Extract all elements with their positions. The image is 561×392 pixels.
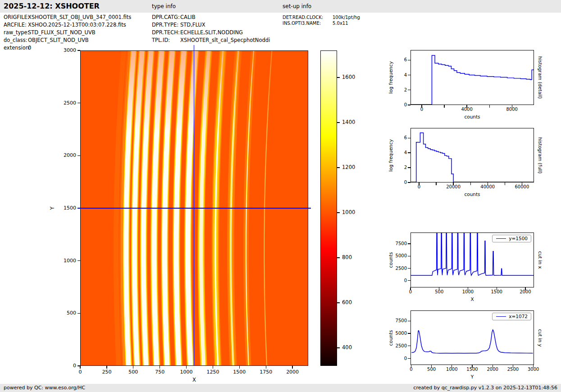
right-axis-label: cut in x [538,251,543,269]
y-axis-label: Y [49,206,55,210]
axis-tick-label: 0 [409,107,434,112]
colorbar-tick-label: 1400 [342,119,355,125]
crosshair-horizontal-line [78,208,311,208]
axis-tick [408,105,410,105]
axis-tick-label: 0 [387,356,407,361]
x-axis-label: counts [410,114,534,119]
axis-tick-label: 500 [427,289,452,294]
legend-line-swatch [496,238,506,239]
meta-label: INS.OPTI3.NAME: [283,21,321,26]
colorbar-tick [337,77,340,77]
colorbar: 4006008001000120014001600 [320,50,337,366]
x-axis-label: X [80,377,308,383]
meta-value: XSHOOTER_SLT_OBJ_UVB_347_0001.fits [28,14,131,20]
axis-tick [133,366,133,369]
colorbar-tick-label: 1600 [342,74,355,80]
axis-tick [292,366,292,369]
axis-tick-label: 0 [387,102,407,107]
axis-tick [106,366,107,369]
axis-tick [408,243,410,244]
axis-tick [78,155,80,156]
histogram-detail-plot: 0400080000246countslog frequencyhistogra… [410,50,534,105]
axis-tick-label: 7500 [387,241,407,246]
axis-tick-label: 2000 [513,289,538,294]
legend-line-swatch [496,316,506,317]
axis-tick [80,366,80,369]
axis-tick [266,366,266,369]
right-axis-label: histogram (detail) [538,56,543,99]
axis-tick [408,346,410,346]
y-axis-label: counts [388,252,393,268]
meta-label: DPR.CATG: [152,14,180,20]
meta-value: OBJECT_SLIT_NOD_UVB [28,37,89,43]
axis-tick [408,152,410,153]
axis-tick [408,256,410,256]
footer-bar: powered by QC: www.eso.org/HC created by… [0,384,561,392]
axis-tick-label: 60000 [509,184,534,189]
legend-label: y=1500 [509,236,528,241]
meta-label: extension: [4,45,31,51]
meta-value: XSHOO.2025-12-13T00:03:07.228.fits [28,22,126,28]
axis-tick [408,75,410,75]
axis-tick-label: 4000 [454,107,479,112]
meta-label: ORIGFILE: [4,14,29,20]
axis-tick-label: 1250 [200,369,225,375]
meta-label: DPR.TYPE: [152,22,178,28]
axis-tick [505,182,505,185]
axis-tick-label: 0 [68,369,93,375]
plot-area [410,128,534,182]
colorbar-tick [337,257,340,258]
axis-tick [408,167,410,168]
colorbar-tick-label: 600 [342,299,352,305]
axis-tick-label: 1000 [174,369,199,375]
colorbar-tick [337,167,340,168]
axis-tick-label: 0 [387,180,407,185]
axis-tick [78,365,80,366]
axis-tick [408,321,410,321]
axis-tick-label: 1500 [56,205,76,211]
meta-value: XSHOOTER_slt_cal_SpecphotNoddi [180,37,270,43]
crosshair-vertical-line [194,45,194,366]
axis-tick-label: 1000 [455,289,480,294]
axis-tick [78,50,80,50]
axis-tick [78,313,80,314]
page-title: 2025-12-12: XSHOOTER [4,2,100,10]
axis-tick [408,358,410,359]
axis-tick-label: 750 [147,369,173,375]
meta-label: do_class: [4,37,27,43]
y-axis-label: counts [388,330,393,346]
meta-label: DET.READ.CLOCK: [283,15,323,20]
axis-tick-label: 20000 [441,184,466,189]
axis-tick [408,90,410,90]
x-axis-label: Y [410,374,534,379]
axis-tick [160,366,160,369]
colorbar-tick-label: 1200 [342,164,355,170]
axis-tick-label: 1500 [227,369,252,375]
axis-tick [408,268,410,269]
axis-tick [239,366,240,369]
axis-tick-label: 3000 [56,47,76,53]
axis-tick [436,182,436,185]
axis-tick-label: 2000 [280,369,305,375]
axis-tick-label: 500 [56,310,76,316]
axis-tick-label: 2500 [56,100,76,106]
axis-tick-label: 0 [406,184,432,189]
header-bar: 2025-12-12: XSHOOTER type info set-up in… [0,0,561,13]
axis-tick-label: 500 [121,369,146,375]
histogram-full-plot: 02000040000600000246countslog frequencyh… [410,128,534,182]
axis-tick-label: 1000 [56,258,76,264]
right-axis-label: histogram (full) [538,137,543,173]
x-axis-label: counts [410,191,534,197]
colorbar-tick-label: 800 [342,254,352,260]
axis-tick [489,105,490,108]
raw-frame-image-plot: 0250500750100012501500175020000500100015… [80,50,308,366]
axis-tick [408,60,410,60]
footer-created-by: created by qc_rawdisp.py v1.2.3 on 2025-… [413,385,557,391]
footer-powered-by: powered by QC: www.eso.org/HC [4,385,85,391]
axis-tick-label: 3000 [521,367,546,372]
colorbar-tick-label: 400 [342,344,352,351]
plot-area [410,50,534,105]
axis-tick-label: 7500 [387,318,407,323]
colorbar-tick [337,122,340,123]
type-info-heading: type info [152,3,176,9]
